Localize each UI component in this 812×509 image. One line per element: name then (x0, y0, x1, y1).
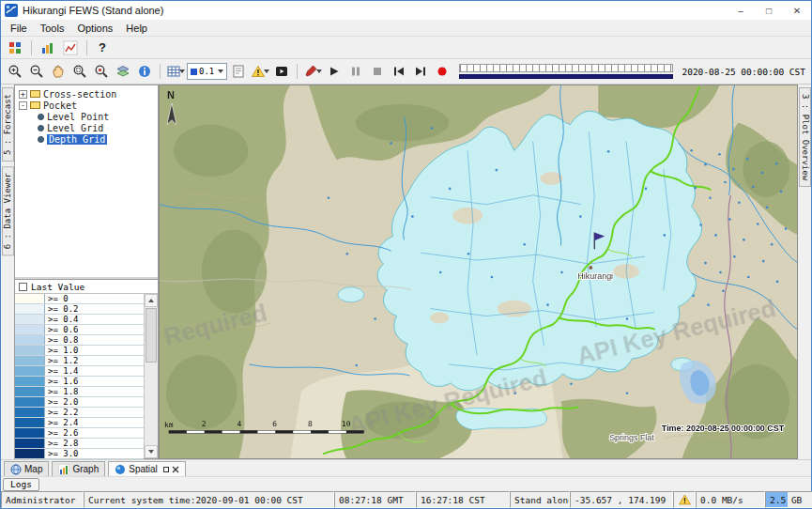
legend-row: >= 0 (15, 294, 144, 304)
status-gmt-time: 08:27:18 GMT (334, 491, 416, 508)
tree-item-depth-grid[interactable]: Depth Grid (15, 133, 158, 145)
scrollbar-track[interactable] (145, 363, 158, 445)
sidebar-tab-data-viewer[interactable]: 6 : Data Viewer (2, 166, 14, 255)
scroll-down-icon[interactable] (145, 445, 158, 458)
layer-color-swatch (191, 69, 197, 75)
legend-table: >= 0 >= 0.2 >= 0.4 >= 0.6 >= 0.8 >= 1.0 … (15, 294, 144, 458)
step-forward-button[interactable] (410, 62, 431, 82)
tree-item-pocket[interactable]: - Pocket (15, 100, 158, 111)
zoom-extent-icon[interactable] (91, 62, 112, 82)
sidebar-tab-forecast[interactable]: 5 : Forecast (2, 87, 14, 162)
bottom-tab-bar: Map Graph Spatial (1, 459, 811, 476)
menu-help[interactable]: Help (119, 22, 154, 35)
help-button[interactable]: ? (93, 38, 112, 57)
layer-threshold-combo[interactable]: 0.1 (187, 63, 227, 80)
chevron-down-icon (218, 69, 223, 73)
town-label: Hikurangi (577, 271, 613, 281)
menu-tools[interactable]: Tools (34, 22, 71, 35)
logs-bar: Logs (1, 476, 811, 491)
tab-graph[interactable]: Graph (52, 461, 105, 476)
tab-map[interactable]: Map (4, 461, 49, 476)
zoom-in-icon[interactable] (5, 62, 25, 82)
logs-button[interactable]: Logs (3, 478, 39, 491)
chevron-down-icon (316, 69, 322, 73)
legend-color-swatch (15, 356, 45, 365)
legend-scrollbar[interactable] (144, 294, 158, 458)
tab-spatial[interactable]: Spatial (108, 461, 186, 476)
line-chart-icon[interactable] (60, 38, 81, 57)
legend-color-swatch (15, 377, 45, 386)
maximize-button[interactable]: □ (755, 1, 783, 20)
legend-color-swatch (15, 397, 45, 407)
animation-screen-icon[interactable] (271, 62, 292, 82)
tree-item-cross-section[interactable]: + Cross-section (15, 88, 158, 100)
folder-icon (30, 101, 40, 109)
current-timestep-label: 2020-08-25 00:00:00 CST (682, 67, 805, 77)
globe-icon (10, 464, 22, 475)
collapse-icon[interactable]: - (19, 101, 27, 110)
bar-chart-icon[interactable] (38, 38, 58, 57)
database-icon[interactable] (5, 38, 25, 57)
last-value-checkbox[interactable] (19, 283, 27, 291)
chevron-down-icon (264, 69, 269, 73)
record-button[interactable] (432, 62, 452, 82)
legend-color-swatch (15, 408, 45, 417)
chevron-down-icon (179, 69, 185, 73)
menu-file[interactable]: File (4, 22, 34, 35)
status-cst-time: 16:27:18 CST (416, 491, 510, 508)
close-button[interactable]: ✕ (783, 1, 811, 20)
scroll-up-icon[interactable] (145, 294, 158, 307)
layer-node-icon (38, 114, 44, 120)
legend-color-swatch (15, 335, 45, 345)
stop-button[interactable] (367, 62, 388, 82)
svg-text:6: 6 (272, 420, 277, 428)
tree-item-level-grid[interactable]: Level Grid (15, 122, 158, 133)
pan-hand-icon[interactable] (48, 62, 69, 82)
legend-row: >= 0.4 (15, 315, 144, 325)
layer-node-icon (38, 136, 44, 143)
tree-item-level-point[interactable]: Level Point (15, 111, 158, 122)
left-dock-strip: 5 : Forecast 6 : Data Viewer (1, 85, 14, 459)
legend-color-swatch (15, 418, 45, 427)
close-tab-icon[interactable] (172, 466, 179, 473)
status-transfer-rate: 0.0 MB/s (696, 491, 765, 508)
step-back-button[interactable] (389, 62, 409, 82)
profile-document-icon[interactable] (228, 62, 249, 82)
legend-color-swatch (15, 325, 45, 334)
legend-color-swatch (15, 428, 45, 438)
legend-row: >= 2.8 (15, 439, 144, 449)
sidebar-tab-plot-overview[interactable]: 3 : Plot Overview (799, 87, 811, 187)
map-canvas[interactable]: API Key Required API Key Required API Ke… (159, 85, 798, 459)
chart-icon (58, 464, 69, 475)
play-button[interactable] (324, 62, 345, 82)
time-slider-track[interactable] (459, 64, 673, 72)
window-title: Hikurangi FEWS (Stand alone) (23, 5, 163, 16)
legend-row: >= 2.0 (15, 397, 144, 408)
status-warning[interactable] (673, 491, 696, 508)
legend-row: >= 1.6 (15, 377, 144, 387)
toolbar-separator (297, 64, 298, 79)
legend-color-swatch (15, 449, 45, 458)
legend-row: >= 1.4 (15, 366, 144, 377)
legend-color-swatch (15, 366, 45, 376)
warning-layers-icon[interactable] (250, 62, 270, 82)
legend-color-swatch (15, 294, 45, 303)
minimize-button[interactable]: – (727, 1, 755, 20)
zoom-out-icon[interactable] (26, 62, 47, 82)
scrollbar-thumb[interactable] (146, 308, 157, 362)
layers-icon[interactable] (113, 62, 133, 82)
expand-icon[interactable]: + (19, 90, 27, 99)
time-slider[interactable] (459, 64, 673, 79)
dropper-tool-icon[interactable] (302, 62, 323, 82)
pause-button[interactable] (345, 62, 366, 82)
legend-row: >= 0.8 (15, 335, 144, 346)
legend-row: >= 1.0 (15, 346, 144, 356)
menu-options[interactable]: Options (70, 22, 119, 35)
info-icon[interactable] (134, 62, 155, 82)
zoom-box-icon[interactable] (69, 62, 90, 82)
grid-layer-icon[interactable] (165, 62, 186, 82)
restore-panel-icon[interactable] (163, 467, 169, 472)
town-marker (589, 266, 592, 270)
menu-bar: File Tools Options Help (1, 20, 811, 37)
toolbar-separator (160, 64, 161, 79)
